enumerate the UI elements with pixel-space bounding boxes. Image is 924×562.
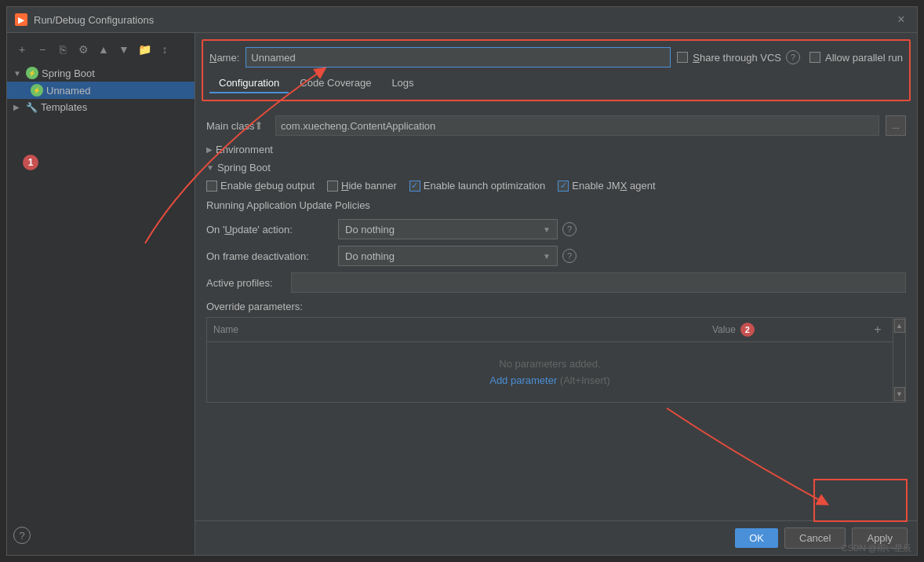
cancel-button[interactable]: Cancel <box>784 527 846 549</box>
spring-boot-section-title: Spring Boot <box>217 162 271 173</box>
enable-jmx-item[interactable]: Enable JMX agent <box>558 180 655 192</box>
enable-debug-label: Enable debug output <box>220 180 315 192</box>
tabs-bar: Configuration Code Coverage Logs <box>209 74 903 93</box>
update-policy-label: On 'Update' action: <box>206 224 332 235</box>
environment-section-title: Environment <box>216 144 273 155</box>
active-profiles-input[interactable] <box>291 272 906 293</box>
top-highlighted-area: Name: Share through VCS ? Allow parallel… <box>202 39 911 101</box>
app-icon: ▶ <box>15 13 27 26</box>
templates-wrench-icon: 🔧 <box>26 102 38 113</box>
update-policy-help-icon[interactable]: ? <box>562 222 577 236</box>
frame-dropdown-arrow-icon: ▼ <box>543 252 551 261</box>
main-class-label: Main class⬆ <box>206 119 269 132</box>
add-param-hint: (Alt+Insert) <box>560 374 610 386</box>
remove-config-button[interactable]: − <box>34 41 51 58</box>
tab-configuration[interactable]: Configuration <box>209 74 289 93</box>
spring-boot-section-header[interactable]: ▼ Spring Boot <box>206 162 906 173</box>
spring-boot-icon: ⚡ <box>26 67 38 79</box>
override-params-label: Override parameters: <box>206 301 906 312</box>
update-policy-dropdown[interactable]: Do nothing ▼ <box>338 219 558 239</box>
enable-debug-item[interactable]: Enable debug output <box>206 180 315 192</box>
config-panel: Main class⬆ ... ▶ Environment ▼ Spring B… <box>195 108 917 520</box>
add-parameter-link[interactable]: Add parameter <box>489 374 557 386</box>
share-vcs-help-icon[interactable]: ? <box>786 50 800 64</box>
scroll-down-button[interactable]: ▼ <box>894 387 905 401</box>
environment-section-header[interactable]: ▶ Environment <box>206 144 906 155</box>
sidebar-toolbar: + − ⎘ ⚙ ▲ ▼ 📁 ↕ <box>7 38 195 64</box>
params-main-area: Name Value 2 + No parameters added. Add … <box>207 318 893 402</box>
unnamed-config-icon: ⚡ <box>31 84 43 97</box>
main-class-input[interactable] <box>275 115 879 136</box>
sidebar-item-templates[interactable]: ▶ 🔧 Templates <box>7 99 195 115</box>
name-row: Name: Share through VCS ? Allow parallel… <box>209 47 903 68</box>
move-down-button[interactable]: ▼ <box>115 41 133 58</box>
environment-arrow-icon: ▶ <box>206 145 213 154</box>
hide-banner-label: Hide banner <box>341 180 397 192</box>
sidebar-item-unnamed[interactable]: ⚡ Unnamed <box>7 82 195 99</box>
enable-launch-item[interactable]: Enable launch optimization <box>409 180 545 192</box>
templates-arrow-icon: ▶ <box>13 103 23 111</box>
frame-policy-label: On frame deactivation: <box>206 250 332 262</box>
params-name-col-header: Name <box>213 324 712 335</box>
tab-code-coverage[interactable]: Code Coverage <box>290 74 380 93</box>
params-empty-area: No parameters added. Add parameter (Alt+… <box>207 342 893 402</box>
override-params-table-wrapper: Name Value 2 + No parameters added. Add … <box>206 317 906 403</box>
allow-parallel-checkbox[interactable] <box>809 52 820 63</box>
allow-parallel-label: Allow parallel run <box>825 52 903 64</box>
main-content: + − ⎘ ⚙ ▲ ▼ 📁 ↕ ▼ ⚡ Spring Boot ⚡ Unname… <box>7 33 917 555</box>
sidebar: + − ⎘ ⚙ ▲ ▼ 📁 ↕ ▼ ⚡ Spring Boot ⚡ Unname… <box>7 33 195 555</box>
no-params-text: No parameters added. <box>223 358 877 370</box>
update-dropdown-wrapper: Do nothing ▼ ? <box>338 219 577 239</box>
sort-button[interactable]: ↕ <box>156 41 173 58</box>
add-config-button[interactable]: + <box>13 41 31 58</box>
sidebar-item-spring-boot[interactable]: ▼ ⚡ Spring Boot <box>7 64 195 82</box>
update-dropdown-arrow-icon: ▼ <box>543 225 551 234</box>
copy-config-button[interactable]: ⎘ <box>54 41 71 58</box>
run-debug-dialog: ▶ Run/Debug Configurations × + − ⎘ ⚙ ▲ ▼… <box>6 6 918 556</box>
settings-config-button[interactable]: ⚙ <box>75 41 92 58</box>
spring-boot-checkboxes: Enable debug output Hide banner Enable l… <box>206 180 906 192</box>
main-class-row: Main class⬆ ... <box>206 115 906 136</box>
name-input[interactable] <box>246 47 671 68</box>
active-profiles-label: Active profiles: <box>206 277 285 289</box>
allow-parallel-row: Allow parallel run <box>809 52 903 64</box>
frame-dropdown-wrapper: Do nothing ▼ ? <box>338 246 577 266</box>
bottom-bar: OK Cancel Apply <box>195 520 917 555</box>
share-vcs-checkbox[interactable] <box>677 52 688 63</box>
hide-banner-checkbox[interactable] <box>327 181 338 192</box>
folder-button[interactable]: 📁 <box>136 41 153 58</box>
active-profiles-row: Active profiles: <box>206 272 906 293</box>
main-class-browse-button[interactable]: ... <box>886 115 906 136</box>
scroll-up-button[interactable]: ▲ <box>894 319 905 333</box>
update-policy-row: On 'Update' action: Do nothing ▼ ? <box>206 219 906 239</box>
enable-launch-checkbox[interactable] <box>409 181 420 192</box>
sidebar-bottom: ? <box>7 520 195 550</box>
params-table-header: Name Value 2 + <box>207 318 893 342</box>
enable-jmx-checkbox[interactable] <box>558 181 569 192</box>
frame-policy-help-icon[interactable]: ? <box>562 249 577 263</box>
params-value-col-header: Value 2 <box>712 323 869 337</box>
dialog-title: Run/Debug Configurations <box>34 14 154 26</box>
move-up-button[interactable]: ▲ <box>95 41 112 58</box>
add-param-button[interactable]: + <box>869 321 886 338</box>
share-through-vcs-row: Share through VCS ? <box>677 50 800 64</box>
sidebar-templates-label: Templates <box>41 101 87 113</box>
enable-debug-checkbox[interactable] <box>206 181 217 192</box>
expand-arrow-icon: ▼ <box>13 69 23 78</box>
frame-policy-value: Do nothing <box>345 250 395 262</box>
policies-title: Running Application Update Policies <box>206 199 906 211</box>
right-panel: Name: Share through VCS ? Allow parallel… <box>195 33 917 555</box>
enable-launch-label: Enable launch optimization <box>424 180 545 192</box>
frame-policy-dropdown[interactable]: Do nothing ▼ <box>338 246 558 266</box>
title-bar: ▶ Run/Debug Configurations × <box>7 7 917 33</box>
params-scrollbar: ▲ ▼ <box>893 318 905 402</box>
tab-logs[interactable]: Logs <box>382 74 423 93</box>
sidebar-spring-boot-label: Spring Boot <box>42 68 95 79</box>
close-button[interactable]: × <box>893 12 909 27</box>
ok-button[interactable]: OK <box>735 528 778 548</box>
enable-jmx-label: Enable JMX agent <box>572 180 655 192</box>
update-policy-value: Do nothing <box>345 224 395 235</box>
help-button[interactable]: ? <box>13 527 31 544</box>
spring-boot-section-arrow-icon: ▼ <box>206 163 214 172</box>
hide-banner-item[interactable]: Hide banner <box>327 180 397 192</box>
